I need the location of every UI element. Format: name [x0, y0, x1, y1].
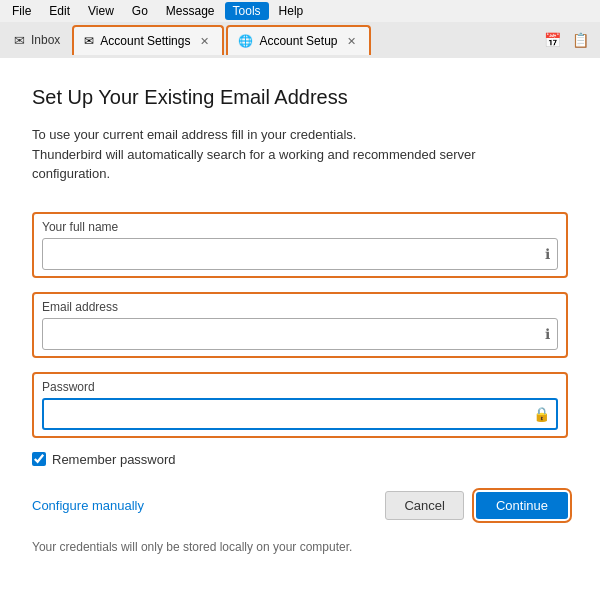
tab-bar-right: 📅 📋 [540, 28, 596, 52]
menu-edit[interactable]: Edit [41, 2, 78, 20]
email-input[interactable] [42, 318, 558, 350]
email-label: Email address [42, 300, 558, 314]
account-setup-label: Account Setup [259, 34, 337, 48]
tasks-icon-button[interactable]: 📋 [568, 28, 592, 52]
description-line1: To use your current email address fill i… [32, 127, 356, 142]
account-setup-close-button[interactable]: ✕ [343, 33, 359, 49]
password-input[interactable] [42, 398, 558, 430]
password-input-wrapper: 🔒 [42, 398, 558, 430]
description-line3: configuration. [32, 166, 110, 181]
account-settings-icon: ✉ [84, 34, 94, 48]
remember-label: Remember password [52, 452, 176, 467]
footer-note: Your credentials will only be stored loc… [32, 540, 568, 554]
remember-checkbox[interactable] [32, 452, 46, 466]
name-label: Your full name [42, 220, 558, 234]
description-line2: Thunderbird will automatically search fo… [32, 147, 476, 162]
menu-message[interactable]: Message [158, 2, 223, 20]
password-form-group: Password 🔒 [32, 372, 568, 438]
menu-go[interactable]: Go [124, 2, 156, 20]
inbox-label: Inbox [31, 33, 60, 47]
configure-manually-button[interactable]: Configure manually [32, 498, 144, 513]
password-label: Password [42, 380, 558, 394]
tasks-icon: 📋 [572, 32, 589, 48]
menu-tools[interactable]: Tools [225, 2, 269, 20]
menu-bar: File Edit View Go Message Tools Help [0, 0, 600, 22]
continue-button[interactable]: Continue [476, 492, 568, 519]
account-setup-icon: 🌐 [238, 34, 253, 48]
email-info-icon[interactable]: ℹ [545, 326, 550, 342]
calendar-icon-button[interactable]: 📅 [540, 28, 564, 52]
buttons-row: Configure manually Cancel Continue [32, 491, 568, 520]
tab-bar: ✉ Inbox ✉ Account Settings ✕ 🌐 Account S… [0, 22, 600, 58]
name-info-icon[interactable]: ℹ [545, 246, 550, 262]
name-input[interactable] [42, 238, 558, 270]
tab-account-settings[interactable]: ✉ Account Settings ✕ [72, 25, 224, 55]
menu-view[interactable]: View [80, 2, 122, 20]
account-settings-close-button[interactable]: ✕ [196, 33, 212, 49]
account-settings-label: Account Settings [100, 34, 190, 48]
menu-help[interactable]: Help [271, 2, 312, 20]
page-description: To use your current email address fill i… [32, 125, 568, 184]
password-toggle-icon[interactable]: 🔒 [533, 406, 550, 422]
menu-file[interactable]: File [4, 2, 39, 20]
email-input-wrapper: ℹ [42, 318, 558, 350]
inbox-icon: ✉ [14, 33, 25, 48]
name-input-wrapper: ℹ [42, 238, 558, 270]
tab-inbox[interactable]: ✉ Inbox [4, 29, 70, 52]
tab-account-setup[interactable]: 🌐 Account Setup ✕ [226, 25, 371, 55]
name-form-group: Your full name ℹ [32, 212, 568, 278]
remember-row: Remember password [32, 452, 568, 467]
page-title: Set Up Your Existing Email Address [32, 86, 568, 109]
cancel-button[interactable]: Cancel [385, 491, 463, 520]
content-area: Set Up Your Existing Email Address To us… [0, 58, 600, 606]
calendar-icon: 📅 [544, 32, 561, 48]
email-form-group: Email address ℹ [32, 292, 568, 358]
